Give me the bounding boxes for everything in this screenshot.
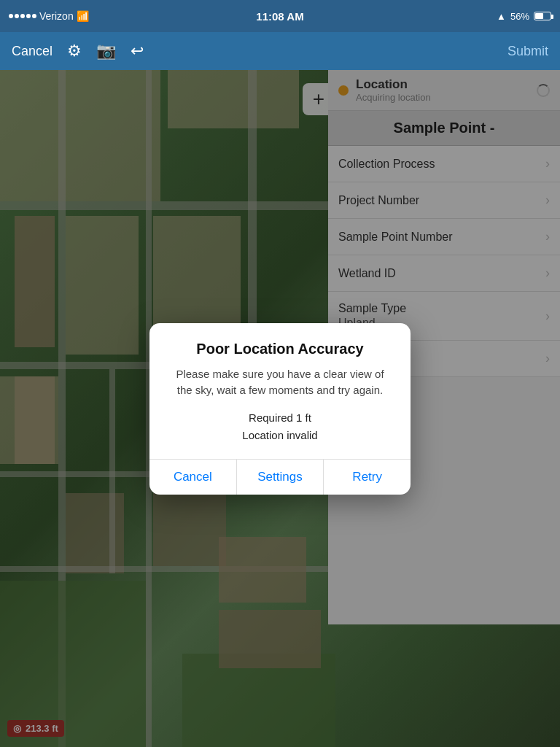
- map-area[interactable]: + ◎ 213.3 ft Location Acquiring location…: [0, 70, 560, 747]
- battery-percent: 56%: [510, 11, 529, 22]
- dialog: Poor Location Accuracy Please make sure …: [149, 323, 411, 495]
- dot-2: [15, 14, 19, 18]
- dialog-retry-button[interactable]: Retry: [324, 460, 411, 495]
- dialog-buttons: Cancel Settings Retry: [149, 459, 411, 495]
- dot-3: [20, 14, 25, 18]
- dialog-status: Location invalid: [242, 429, 317, 441]
- wifi-icon: 📶: [77, 10, 89, 22]
- dot-5: [32, 14, 36, 18]
- time-display: 11:08 AM: [256, 10, 303, 23]
- submit-button[interactable]: Submit: [508, 44, 548, 59]
- location-arrow-icon: ▲: [497, 11, 506, 22]
- dialog-details: Required 1 ft Location invalid: [167, 409, 393, 444]
- settings-icon[interactable]: ⚙: [67, 42, 82, 61]
- camera-icon[interactable]: 📷: [96, 42, 116, 61]
- dialog-cancel-button[interactable]: Cancel: [149, 460, 237, 495]
- nav-left: Cancel ⚙ 📷 ↩: [12, 42, 144, 61]
- battery-bar: [534, 12, 551, 20]
- status-left: Verizon 📶: [9, 10, 89, 22]
- battery-fill: [535, 13, 543, 19]
- status-bar: Verizon 📶 11:08 AM ▲ 56%: [0, 0, 560, 32]
- undo-icon[interactable]: ↩: [131, 42, 144, 61]
- dialog-message: Please make sure you have a clear view o…: [167, 366, 393, 399]
- dialog-required: Required 1 ft: [249, 411, 311, 424]
- dot-1: [9, 14, 13, 18]
- dialog-title: Poor Location Accuracy: [167, 341, 393, 357]
- battery-indicator: [534, 12, 551, 20]
- dialog-overlay: Poor Location Accuracy Please make sure …: [0, 70, 560, 747]
- dialog-body: Poor Location Accuracy Please make sure …: [149, 323, 411, 459]
- signal-dots: [9, 14, 36, 18]
- nav-bar: Cancel ⚙ 📷 ↩ Submit: [0, 32, 560, 70]
- dialog-settings-button[interactable]: Settings: [237, 460, 324, 495]
- cancel-button[interactable]: Cancel: [12, 44, 52, 59]
- carrier-label: Verizon: [39, 10, 74, 22]
- status-right: ▲ 56%: [497, 11, 551, 22]
- dot-4: [26, 14, 31, 18]
